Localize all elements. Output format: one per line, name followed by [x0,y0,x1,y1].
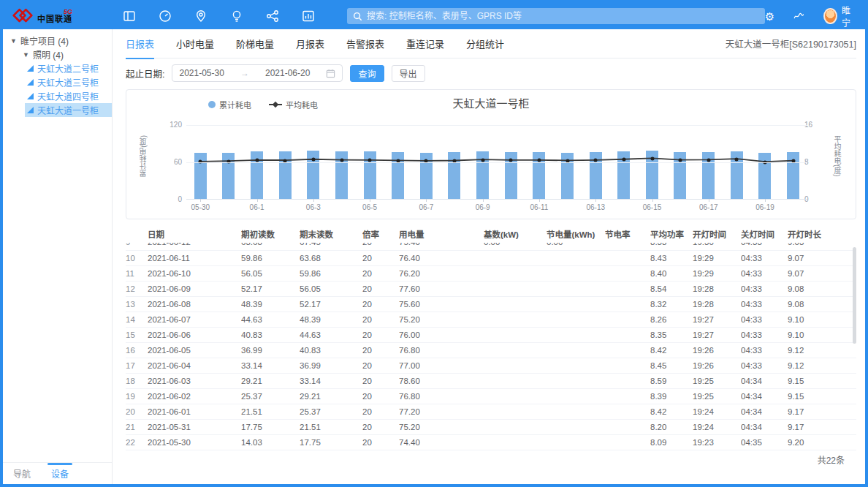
search-input[interactable] [367,11,759,21]
data-cell: 8.35 [650,327,693,342]
tabs-holder: 日报表小时电量阶梯电量月报表告警报表重连记录分组统计 [126,29,526,58]
data-cell: 33.14 [300,373,362,388]
collapse-icon[interactable] [123,10,136,23]
tree-leaf-cabinet[interactable]: 天虹大道一号柜 [25,103,112,117]
data-cell: 8.54 [650,281,693,296]
data-cell [605,296,650,312]
caret-down-icon[interactable]: ▼ [23,51,29,58]
topbar: 5G 中国联通 [3,3,865,29]
data-cell: 9.15 [788,373,856,388]
data-cell: 19:29 [693,250,741,265]
settings-gear-icon[interactable]: ⚙ [765,11,774,22]
data-cell: 2021-06-10 [148,265,241,281]
data-cell: 20 [362,265,399,281]
caret-down-icon[interactable]: ▼ [10,37,17,45]
legend-line-icon [269,104,282,105]
sidebar-tab-inactive[interactable]: 导航 [13,463,31,484]
data-cell [605,327,650,342]
data-cell: 20 [362,342,399,358]
tree-leaf-cabinet[interactable]: 天虹大道四号柜 [25,89,112,103]
data-cell [484,250,547,265]
line-point [453,159,457,162]
data-cell: 40.83 [300,342,362,358]
data-cell: 56.05 [241,265,300,281]
x-tick-label: 05-30 [191,203,210,211]
data-cell: 63.68 [300,250,362,265]
tree-item-label: 天虹大道三号柜 [37,76,99,88]
start-date-value[interactable]: 2021-05-30 [179,68,224,78]
signature-icon[interactable] [793,12,804,21]
data-cell: 52.17 [241,281,300,296]
row-number-cell: 11 [126,265,148,281]
data-cell [605,243,650,250]
data-cell: 9.08 [788,296,856,312]
row-number-cell: 14 [126,312,148,327]
data-cell: 9.12 [788,342,856,358]
export-button[interactable]: 导出 [392,65,425,82]
report-tab[interactable]: 小时电量 [176,29,214,58]
tree-leaf-cabinet[interactable]: 天虹大道二号柜 [25,61,112,75]
data-cell: 20 [362,434,399,450]
chart-icon[interactable] [302,10,315,23]
report-tab[interactable]: 告警报表 [346,29,384,58]
line-point [255,159,259,162]
daily-report-chart: 天虹大道一号柜 累计耗电平均耗电 累计耗电(度) 平均耗电(度) 0601200… [126,89,856,219]
data-cell: 20 [362,250,399,265]
dashboard-icon[interactable] [159,10,172,23]
query-button[interactable]: 查询 [350,65,384,82]
data-cell: 19:26 [693,358,741,373]
data-cell [547,358,605,373]
user-menu[interactable]: 睢宁 [823,4,856,29]
data-cell: 2021-06-08 [148,296,241,312]
data-cell: 14.03 [241,434,300,450]
column-header: 日期 [148,225,241,243]
table-body-viewport[interactable]: 92021-06-1263.6867.452075.400.000.008.33… [126,243,856,450]
tree-branch[interactable]: ▼照明 (4) [3,48,112,61]
report-tab[interactable]: 日报表 [126,29,154,58]
line-point [679,159,682,162]
line-point [368,159,372,162]
data-cell: 19:28 [693,296,741,312]
chart-legend: 累计耗电平均耗电 [208,99,318,110]
data-cell [484,281,547,296]
sidebar: ▼睢宁项目 (4)▼照明 (4)天虹大道二号柜天虹大道三号柜天虹大道四号柜天虹大… [3,29,113,484]
legend-label: 平均耗电 [286,99,318,110]
data-cell [605,419,650,434]
data-cell: 20 [362,358,399,373]
topology-icon[interactable] [266,10,279,23]
line-point [537,159,541,162]
data-cell [605,265,650,281]
data-cell: 19:27 [693,312,741,327]
legend-item[interactable]: 平均耗电 [269,99,318,110]
sidebar-tab-active[interactable]: 设备 [51,463,69,484]
data-cell: 25.37 [241,388,300,404]
tree-branch[interactable]: ▼睢宁项目 (4) [3,34,112,48]
line-point [226,159,230,163]
data-cell: 20 [362,373,399,388]
tree-leaf-cabinet[interactable]: 天虹大道三号柜 [25,75,112,89]
data-cell [605,434,650,450]
report-tab[interactable]: 月报表 [296,29,324,58]
table-row: 122021-06-0952.1756.052077.608.5419:2804… [126,281,856,296]
end-date-value[interactable]: 2021-06-20 [265,68,310,78]
data-cell: 2021-06-07 [148,312,241,327]
line-point [594,159,598,162]
legend-item[interactable]: 累计耗电 [208,99,251,110]
date-range-picker[interactable]: 2021-05-30 → 2021-06-20 [172,64,343,82]
streetlamp-icon[interactable] [230,10,243,23]
data-cell: 2021-06-03 [148,373,241,388]
data-cell: 77.00 [399,358,484,373]
global-search[interactable] [347,8,765,24]
data-cell: 19:29 [693,265,741,281]
table-scrollbar-thumb[interactable] [853,247,856,344]
location-icon[interactable] [194,10,208,23]
line-point [764,160,767,164]
row-number-cell: 16 [126,342,148,358]
row-number-cell: 20 [126,404,148,419]
data-cell: 75.40 [399,243,484,250]
data-cell: 36.99 [241,342,300,358]
report-tab[interactable]: 重连记录 [406,29,444,58]
report-tab[interactable]: 分组统计 [466,29,504,58]
report-tab[interactable]: 阶梯电量 [236,29,274,58]
cabinet-icon [27,79,34,86]
